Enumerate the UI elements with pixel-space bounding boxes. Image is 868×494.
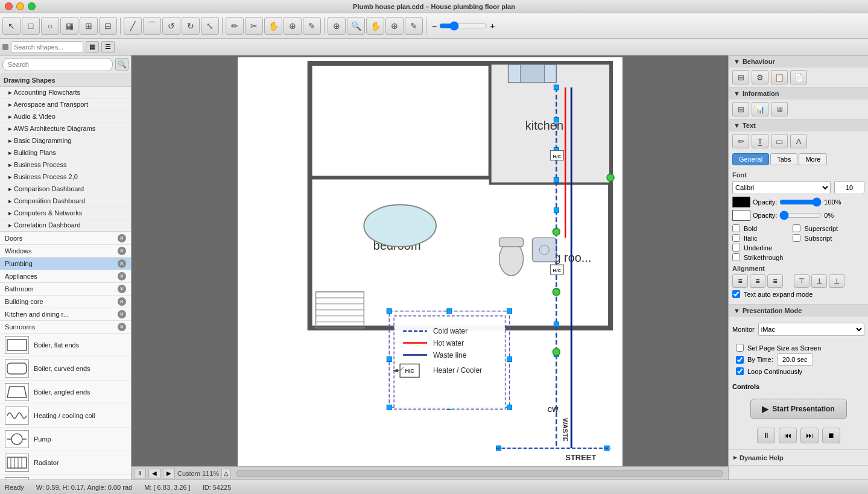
pan-tool[interactable]: ✋ bbox=[264, 17, 282, 35]
shape-search-input[interactable] bbox=[11, 41, 83, 53]
library-item-building[interactable]: ▸ Building Plans bbox=[0, 147, 131, 159]
valign-mid-btn[interactable]: ⊥ bbox=[811, 274, 827, 288]
search-view-btn[interactable]: 🔍 bbox=[347, 17, 365, 35]
undo-btn[interactable]: ↺ bbox=[162, 17, 180, 35]
beh-icon4[interactable]: 📄 bbox=[790, 70, 807, 84]
opacity-slider1[interactable] bbox=[779, 197, 822, 207]
curve-tool[interactable]: ⌒ bbox=[143, 17, 161, 35]
behaviour-section-title[interactable]: ▼ Behaviour bbox=[729, 55, 868, 68]
italic-checkbox[interactable] bbox=[732, 234, 740, 242]
remove-building-core-btn[interactable]: ✕ bbox=[118, 297, 126, 306]
shape-heating-coil[interactable]: Heating / cooling coil bbox=[0, 404, 131, 428]
view1-btn[interactable]: ⊕ bbox=[328, 17, 346, 35]
shape-radiator[interactable]: Radiator bbox=[0, 451, 131, 475]
stop-btn[interactable]: ⏹ bbox=[822, 428, 840, 443]
cut-tool[interactable]: ✂ bbox=[245, 17, 263, 35]
library-item-business2[interactable]: ▸ Business Process 2,0 bbox=[0, 171, 131, 183]
align-left-btn[interactable]: ≡ bbox=[732, 274, 748, 288]
font-size-input[interactable] bbox=[834, 181, 864, 194]
grid-view-btn[interactable]: ▦ bbox=[86, 41, 99, 53]
zoom-slider[interactable] bbox=[439, 21, 487, 31]
library-item-aerospace[interactable]: ▸ Aerospace and Transport bbox=[0, 99, 131, 111]
tab-general[interactable]: General bbox=[732, 153, 769, 165]
text-icon-format[interactable]: T̲ bbox=[752, 134, 768, 148]
remove-plumbing-btn[interactable]: ✕ bbox=[118, 259, 126, 268]
zoom-control[interactable]: − + bbox=[432, 21, 495, 31]
disconnect-tool[interactable]: ⊟ bbox=[99, 17, 117, 35]
text-icon-a[interactable]: A bbox=[790, 134, 807, 148]
pin-btn[interactable]: ✎ bbox=[405, 17, 423, 35]
zoom-adjust-btn[interactable]: △ bbox=[221, 469, 231, 478]
line-tool[interactable]: ╱ bbox=[124, 17, 142, 35]
valign-bot-btn[interactable]: ⊥ bbox=[829, 274, 844, 288]
info-icon3[interactable]: 🖥 bbox=[771, 102, 788, 116]
strikethrough-checkbox[interactable] bbox=[732, 253, 740, 261]
opacity-slider2[interactable] bbox=[779, 211, 822, 220]
plus-btn[interactable]: ⊕ bbox=[385, 17, 404, 35]
draw-tool[interactable]: ✏ bbox=[226, 17, 244, 35]
window-controls[interactable] bbox=[5, 2, 36, 10]
library-item-audio[interactable]: ▸ Audio & Video bbox=[0, 111, 131, 123]
info-icon2[interactable]: 📊 bbox=[752, 102, 768, 116]
horizontal-scrollbar[interactable] bbox=[236, 470, 723, 477]
prev-page-btn[interactable]: ◀ bbox=[148, 469, 160, 478]
shape-pump[interactable]: Pump bbox=[0, 428, 131, 451]
beh-icon3[interactable]: 📋 bbox=[771, 70, 788, 84]
remove-appliances-btn[interactable]: ✕ bbox=[118, 272, 126, 280]
library-item-business1[interactable]: ▸ Business Process bbox=[0, 159, 131, 171]
hand-btn[interactable]: ✋ bbox=[366, 17, 384, 35]
set-page-size-checkbox[interactable] bbox=[736, 344, 744, 352]
shape-convector[interactable]: Convector bbox=[0, 475, 131, 480]
library-item-accounting[interactable]: ▸ Accounting Flowcharts bbox=[0, 87, 131, 99]
text-auto-expand-checkbox[interactable] bbox=[732, 290, 740, 298]
connect-tool[interactable]: ⊞ bbox=[80, 17, 98, 35]
search-button[interactable]: 🔍 bbox=[115, 58, 128, 71]
shape-boiler-angled[interactable]: Boiler, angled ends bbox=[0, 381, 131, 404]
remove-windows-btn[interactable]: ✕ bbox=[118, 247, 126, 255]
maximize-button[interactable] bbox=[28, 2, 36, 10]
library-item-aws[interactable]: ▸ AWS Architecture Diagrams bbox=[0, 123, 131, 135]
subscript-checkbox[interactable] bbox=[793, 234, 800, 242]
font-select[interactable]: Calibri bbox=[732, 181, 831, 194]
text-icon-box[interactable]: ▭ bbox=[771, 134, 788, 148]
library-item-basic[interactable]: ▸ Basic Diagramming bbox=[0, 135, 131, 147]
canvas-area[interactable]: kitchen bedroom living roo... bbox=[131, 55, 728, 480]
remove-kitchen-btn[interactable]: ✕ bbox=[118, 310, 126, 318]
stroke-color-swatch[interactable] bbox=[732, 210, 750, 221]
bold-checkbox[interactable] bbox=[732, 224, 740, 232]
pen-tool[interactable]: ✎ bbox=[303, 17, 321, 35]
library-item-composition[interactable]: ▸ Composition Dashboard bbox=[0, 195, 131, 207]
library-item-computers[interactable]: ▸ Computers & Networks bbox=[0, 207, 131, 220]
pause-nav-btn[interactable]: ⏸ bbox=[134, 469, 146, 478]
beh-icon1[interactable]: ⊞ bbox=[732, 70, 749, 84]
superscript-checkbox[interactable] bbox=[793, 224, 800, 232]
search-input[interactable] bbox=[2, 58, 113, 71]
resize-tool[interactable]: ⤡ bbox=[201, 17, 219, 35]
redo-btn[interactable]: ↻ bbox=[182, 17, 200, 35]
text-icon-pen[interactable]: ✏ bbox=[732, 134, 749, 148]
align-right-btn[interactable]: ≡ bbox=[767, 274, 783, 288]
by-time-checkbox[interactable] bbox=[736, 356, 744, 364]
loop-checkbox[interactable] bbox=[736, 367, 744, 375]
tab-more[interactable]: More bbox=[799, 153, 827, 165]
list-view-btn[interactable]: ☰ bbox=[101, 41, 115, 53]
zoom-out-icon[interactable]: − bbox=[432, 21, 437, 31]
library-item-correlation[interactable]: ▸ Correlation Dashboard bbox=[0, 220, 131, 232]
by-time-input[interactable] bbox=[777, 353, 813, 366]
tab-tabs[interactable]: Tabs bbox=[770, 153, 797, 165]
next-btn[interactable]: ⏭ bbox=[800, 428, 819, 443]
remove-doors-btn[interactable]: ✕ bbox=[118, 234, 126, 242]
start-presentation-button[interactable]: ▶ Start Presentation bbox=[750, 399, 847, 419]
zoom-in-btn[interactable]: ⊕ bbox=[284, 17, 302, 35]
remove-sunrooms-btn[interactable]: ✕ bbox=[118, 323, 126, 331]
select-tool[interactable]: ↖ bbox=[2, 17, 21, 35]
information-section-title[interactable]: ▼ Information bbox=[729, 87, 868, 100]
monitor-select[interactable]: iMac bbox=[758, 323, 864, 336]
zoom-in-icon[interactable]: + bbox=[490, 21, 495, 31]
valign-top-btn[interactable]: ⊤ bbox=[794, 274, 809, 288]
pause-btn[interactable]: ⏸ bbox=[757, 428, 775, 443]
text-section-title[interactable]: ▼ Text bbox=[729, 119, 868, 131]
dynamic-help-title[interactable]: ▸ Dynamic Help bbox=[729, 450, 868, 465]
close-button[interactable] bbox=[5, 2, 13, 10]
shape-boiler-flat[interactable]: Boiler, flat ends bbox=[0, 334, 131, 357]
